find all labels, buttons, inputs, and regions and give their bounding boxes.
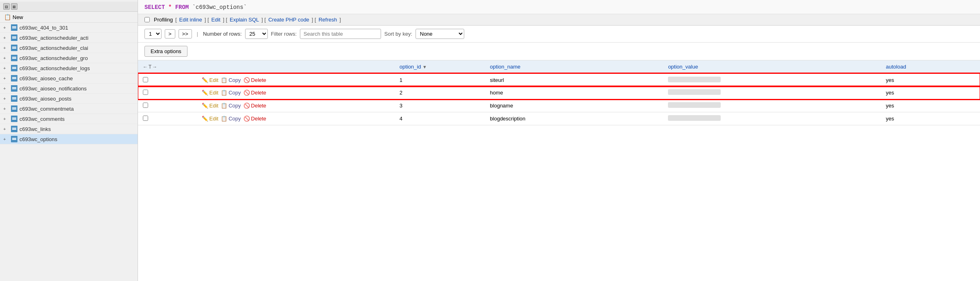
cell-option-id: 3 bbox=[395, 99, 485, 112]
sql-table-name: `c693wc_options` bbox=[192, 4, 247, 11]
col-left-arrow[interactable]: ← bbox=[143, 64, 148, 70]
sidebar-item-c693wc_actionscheduler_logs[interactable]: + c693wc_actionscheduler_logs bbox=[0, 63, 138, 73]
profiling-bracket-open: [ bbox=[175, 17, 177, 23]
edit-button-2[interactable]: ✏️ Edit bbox=[202, 103, 218, 109]
row-checkbox-2[interactable] bbox=[143, 103, 148, 108]
sidebar-item-c693wc_404_to_301[interactable]: + c693wc_404_to_301 bbox=[0, 23, 138, 33]
copy-button-2[interactable]: 📋 Copy bbox=[221, 103, 241, 109]
sort-label: Sort by key: bbox=[384, 31, 412, 37]
table-icon bbox=[11, 55, 17, 61]
last-page-button[interactable]: >> bbox=[179, 29, 192, 39]
sidebar-item-c693wc_actionscheduler_clai[interactable]: + c693wc_actionscheduler_clai bbox=[0, 43, 138, 53]
sidebar-item-label: c693wc_actionscheduler_acti bbox=[19, 35, 88, 41]
create-php-link[interactable]: Create PHP code bbox=[268, 17, 309, 23]
delete-button-2[interactable]: 🚫 Delete bbox=[243, 103, 267, 109]
row-checkbox-0[interactable] bbox=[143, 77, 148, 82]
cell-autoload: yes bbox=[881, 99, 980, 112]
rows-label: Number of rows: bbox=[203, 31, 241, 37]
new-table-icon: 📋 bbox=[4, 14, 11, 20]
sidebar-item-label: c693wc_options bbox=[19, 136, 57, 142]
table-header-row: ← T → option_id ▼ option_name opti bbox=[138, 60, 980, 73]
delete-icon: 🚫 bbox=[243, 103, 250, 109]
header-option-value[interactable]: option_value bbox=[663, 60, 881, 73]
col-sort-icon: T bbox=[149, 64, 151, 70]
header-option-id[interactable]: option_id ▼ bbox=[395, 60, 485, 73]
delete-button-1[interactable]: 🚫 Delete bbox=[243, 90, 267, 96]
rows-per-page-select[interactable]: 25 50 100 bbox=[245, 29, 268, 39]
copy-button-0[interactable]: 📋 Copy bbox=[221, 77, 241, 83]
sidebar-item-c693wc_aioseo_posts[interactable]: + c693wc_aioseo_posts bbox=[0, 94, 138, 104]
table-row: ✏️ Edit 📋 Copy 🚫 Delete 2homeyes bbox=[138, 86, 980, 99]
edit-link[interactable]: Edit bbox=[211, 17, 220, 23]
next-page-button[interactable]: > bbox=[165, 29, 175, 39]
edit-icon: ✏️ bbox=[202, 77, 208, 83]
sort-arrow-icon: ▼ bbox=[422, 64, 427, 69]
blurred-value bbox=[668, 89, 721, 95]
sidebar-toggle: + bbox=[3, 96, 9, 101]
row-checkbox-1[interactable] bbox=[143, 90, 148, 95]
table-icon bbox=[11, 105, 17, 112]
table-icon bbox=[11, 95, 17, 102]
blurred-value bbox=[668, 102, 721, 108]
sidebar-toggle: + bbox=[3, 137, 9, 142]
sidebar-item-c693wc_options[interactable]: + c693wc_options bbox=[0, 134, 138, 144]
copy-icon: 📋 bbox=[221, 90, 227, 96]
sidebar-item-label: c693wc_404_to_301 bbox=[19, 25, 68, 31]
sidebar-new-item[interactable]: 📋 New bbox=[0, 12, 138, 23]
toolbar: 1 > >> | Number of rows: 25 50 100 Filte… bbox=[138, 26, 980, 43]
profiling-checkbox[interactable] bbox=[144, 17, 150, 22]
header-checkbox-col: ← T → bbox=[138, 60, 197, 73]
table-container: ← T → option_id ▼ option_name opti bbox=[138, 60, 980, 281]
table-icon bbox=[11, 45, 17, 51]
collapse-icon[interactable]: ⊟ bbox=[3, 3, 10, 10]
cell-option-id: 1 bbox=[395, 73, 485, 86]
edit-icon: ✏️ bbox=[202, 90, 208, 96]
cell-option-value bbox=[663, 86, 881, 99]
header-autoload[interactable]: autoload bbox=[881, 60, 980, 73]
sidebar-item-c693wc_commentmeta[interactable]: + c693wc_commentmeta bbox=[0, 104, 138, 114]
sidebar-item-c693wc_aioseo_notifications[interactable]: + c693wc_aioseo_notifications bbox=[0, 84, 138, 94]
sort-key-select[interactable]: None PRIMARY option_name bbox=[416, 29, 464, 39]
sidebar-toggle: + bbox=[3, 86, 9, 91]
search-input[interactable] bbox=[300, 29, 381, 39]
sidebar-toggle: + bbox=[3, 106, 9, 111]
sidebar: ⊟ ⊞ 📋 New + c693wc_404_to_301 + c693wc_a… bbox=[0, 0, 138, 281]
header-option-name[interactable]: option_name bbox=[485, 60, 663, 73]
sidebar-item-c693wc_actionscheduler_acti[interactable]: + c693wc_actionscheduler_acti bbox=[0, 33, 138, 43]
edit-icon: ✏️ bbox=[202, 103, 208, 109]
filter-label: Filter rows: bbox=[271, 31, 297, 37]
sidebar-item-label: c693wc_actionscheduler_logs bbox=[19, 65, 90, 71]
sql-from: FROM bbox=[175, 4, 192, 11]
copy-button-1[interactable]: 📋 Copy bbox=[221, 90, 241, 96]
delete-button-0[interactable]: 🚫 Delete bbox=[243, 77, 267, 83]
sidebar-item-label: c693wc_aioseo_posts bbox=[19, 96, 71, 102]
edit-button-1[interactable]: ✏️ Edit bbox=[202, 90, 218, 96]
sidebar-item-c693wc_aioseo_cache[interactable]: + c693wc_aioseo_cache bbox=[0, 73, 138, 84]
delete-button-3[interactable]: 🚫 Delete bbox=[243, 116, 267, 122]
explain-sql-link[interactable]: Explain SQL bbox=[230, 17, 259, 23]
sidebar-toggle: + bbox=[3, 25, 9, 30]
extra-options-button[interactable]: Extra options bbox=[144, 46, 187, 57]
col-right-arrow[interactable]: → bbox=[152, 64, 157, 70]
row-checkbox-3[interactable] bbox=[143, 116, 148, 121]
expand-icon[interactable]: ⊞ bbox=[11, 3, 17, 10]
copy-button-3[interactable]: 📋 Copy bbox=[221, 116, 241, 122]
table-icon bbox=[11, 136, 17, 142]
refresh-link[interactable]: Refresh bbox=[319, 17, 337, 23]
data-table: ← T → option_id ▼ option_name opti bbox=[138, 60, 980, 125]
sidebar-new-label: New bbox=[13, 14, 23, 20]
cell-option-value bbox=[663, 99, 881, 112]
cell-option-value bbox=[663, 112, 881, 125]
sidebar-item-c693wc_comments[interactable]: + c693wc_comments bbox=[0, 114, 138, 124]
page-number-select[interactable]: 1 bbox=[144, 29, 162, 39]
sidebar-item-label: c693wc_links bbox=[19, 126, 51, 132]
header-actions-col bbox=[197, 60, 395, 73]
extra-options-bar: Extra options bbox=[138, 43, 980, 60]
edit-inline-link[interactable]: Edit inline bbox=[179, 17, 202, 23]
cell-option-name: blogname bbox=[485, 99, 663, 112]
sidebar-item-c693wc_actionscheduler_gro[interactable]: + c693wc_actionscheduler_gro bbox=[0, 53, 138, 63]
edit-button-0[interactable]: ✏️ Edit bbox=[202, 77, 218, 83]
sidebar-item-c693wc_links[interactable]: + c693wc_links bbox=[0, 124, 138, 134]
sidebar-toggle: + bbox=[3, 35, 9, 40]
edit-button-3[interactable]: ✏️ Edit bbox=[202, 116, 218, 122]
